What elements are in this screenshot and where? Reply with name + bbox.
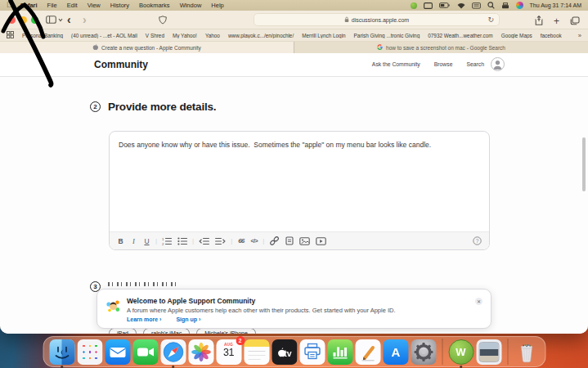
- new-tab-icon[interactable]: +: [554, 16, 559, 26]
- code-icon[interactable]: </>: [250, 236, 258, 246]
- zoom-window-button[interactable]: [31, 16, 38, 24]
- browser-tab[interactable]: how to save a screenshot on mac - Google…: [294, 42, 588, 53]
- tab-overview-icon[interactable]: [570, 14, 580, 29]
- nav-browse[interactable]: Browse: [434, 61, 453, 67]
- bookmark-item[interactable]: Parish Giving ...tronic Giving: [354, 33, 420, 38]
- privacy-shield-icon[interactable]: [159, 16, 167, 25]
- device-pill[interactable]: iPad: [109, 328, 137, 334]
- keyboard-icon[interactable]: [472, 2, 481, 9]
- bookmark-item[interactable]: 07932 Weath...weather.com: [428, 33, 492, 38]
- battery-icon[interactable]: [439, 2, 451, 8]
- welcome-title: Welcome to Apple Support Community: [127, 297, 255, 305]
- toolbar-group: [269, 236, 326, 246]
- attachment-icon[interactable]: [285, 236, 294, 246]
- account-avatar[interactable]: [491, 57, 505, 71]
- details-editor[interactable]: Does anyone know why or have this issue.…: [109, 131, 490, 250]
- sidebar-icon[interactable]: [46, 16, 63, 24]
- dock-app-settings[interactable]: [411, 339, 436, 365]
- dock-app-safari[interactable]: [160, 339, 186, 365]
- display-icon[interactable]: [424, 2, 433, 9]
- dock-app-facetime[interactable]: [132, 339, 158, 365]
- menu-bookmarks[interactable]: Bookmarks: [139, 2, 170, 9]
- sign-up-link[interactable]: Sign up ›: [176, 316, 200, 322]
- apple-menu-icon[interactable]: : [7, 2, 12, 9]
- webroot-icon[interactable]: [411, 2, 417, 9]
- bullet-list-icon[interactable]: [177, 236, 187, 246]
- dock-app-printer[interactable]: [299, 339, 325, 365]
- bookmark-item[interactable]: Personal Banking: [22, 33, 63, 38]
- page-scrollbar-thumb[interactable]: [582, 137, 586, 191]
- site-title[interactable]: Community: [94, 59, 148, 70]
- close-icon[interactable]: ✕: [475, 298, 483, 305]
- menu-edit[interactable]: Edit: [67, 2, 78, 9]
- spotlight-icon[interactable]: [487, 2, 495, 9]
- printer-icon[interactable]: [501, 2, 509, 9]
- dock-app-webroot[interactable]: W: [448, 339, 474, 365]
- menu-window[interactable]: Window: [180, 2, 202, 9]
- dock-app-appletv[interactable]: tv: [272, 339, 297, 365]
- dock-app-numbers[interactable]: [327, 339, 352, 365]
- address-bar[interactable]: discussions.apple.com ↻: [254, 13, 500, 26]
- device-pill[interactable]: Michele's iPhone: [196, 328, 256, 334]
- dock-app-launchpad[interactable]: [77, 339, 102, 365]
- bookmark-item[interactable]: www.playok.c.../en/pinochle/: [228, 33, 294, 38]
- dock-app-finder[interactable]: [49, 339, 74, 365]
- menu-file[interactable]: File: [47, 2, 57, 9]
- device-pill[interactable]: ralph's iMac: [143, 328, 190, 334]
- bold-icon[interactable]: B: [117, 236, 124, 246]
- dock-app-appstore[interactable]: A: [383, 339, 408, 365]
- menu-view[interactable]: View: [88, 2, 101, 9]
- ordered-list-icon[interactable]: 12: [162, 236, 172, 246]
- browser-tab[interactable]: Create a new question - Apple Community: [0, 42, 294, 53]
- bookmark-item[interactable]: Merrill Lynch Login: [302, 33, 345, 38]
- nav-ask-the-community[interactable]: Ask the Community: [372, 61, 420, 67]
- dock-app-trash[interactable]: [514, 339, 539, 365]
- minimize-window-button[interactable]: [20, 16, 27, 24]
- editor-text[interactable]: Does anyone know why or have this issue.…: [110, 132, 489, 149]
- dock-app-notes[interactable]: [244, 339, 269, 365]
- video-icon[interactable]: [316, 236, 326, 246]
- italic-icon[interactable]: I: [130, 236, 137, 246]
- indent-icon[interactable]: [215, 236, 226, 246]
- forward-button[interactable]: ›: [83, 14, 87, 25]
- bookmark-item[interactable]: Google Maps: [501, 33, 532, 38]
- status-icons: [411, 2, 523, 9]
- menu-app-name[interactable]: Safari: [20, 2, 38, 9]
- siri-icon[interactable]: [516, 2, 523, 9]
- image-icon[interactable]: [299, 236, 310, 246]
- web-page: Community Ask the CommunityBrowseSearch …: [0, 53, 588, 334]
- nav-search[interactable]: Search: [466, 61, 484, 67]
- bookmark-item[interactable]: My Yahoo!: [173, 33, 197, 38]
- close-window-button[interactable]: [8, 16, 16, 24]
- bookmark-item[interactable]: (40 unread) - ...et - AOL Mail: [71, 33, 137, 38]
- toolbar-group: [199, 236, 226, 246]
- dock-app-mail[interactable]: [105, 339, 130, 365]
- share-icon[interactable]: [535, 14, 543, 29]
- welcome-body: A forum where Apple customers help each …: [127, 307, 396, 314]
- reload-icon[interactable]: ↻: [487, 16, 494, 24]
- help-icon[interactable]: ?: [473, 236, 482, 246]
- svg-text:2: 2: [162, 242, 164, 245]
- menu-clock[interactable]: Thu Aug 31 7:14 AM: [530, 2, 581, 8]
- toolbar-separator: |: [192, 237, 194, 245]
- underline-icon[interactable]: U: [143, 236, 150, 246]
- dock-app-pages[interactable]: [355, 339, 380, 365]
- reading-list-icon[interactable]: [7, 31, 14, 39]
- dock-app-downloads[interactable]: [476, 339, 501, 365]
- learn-more-link[interactable]: Learn more ›: [127, 316, 161, 322]
- bookmark-item[interactable]: Yahoo: [205, 33, 220, 38]
- outdent-icon[interactable]: [199, 236, 209, 246]
- back-button[interactable]: ‹: [67, 14, 71, 25]
- menu-help[interactable]: Help: [211, 2, 223, 9]
- link-icon[interactable]: [269, 236, 280, 246]
- bookmarks-overflow-chevron[interactable]: »: [578, 32, 581, 39]
- dock-app-photos[interactable]: [188, 339, 213, 365]
- quote-icon[interactable]: 66: [237, 236, 245, 246]
- dock-separator: [507, 339, 508, 365]
- wifi-icon[interactable]: [457, 2, 465, 9]
- bookmark-item[interactable]: facebook: [541, 33, 562, 38]
- dock-app-calendar[interactable]: AUG312: [216, 339, 241, 365]
- menu-history[interactable]: History: [110, 2, 129, 9]
- step-2-number: 2: [90, 101, 101, 112]
- bookmark-item[interactable]: V Shred: [146, 33, 164, 38]
